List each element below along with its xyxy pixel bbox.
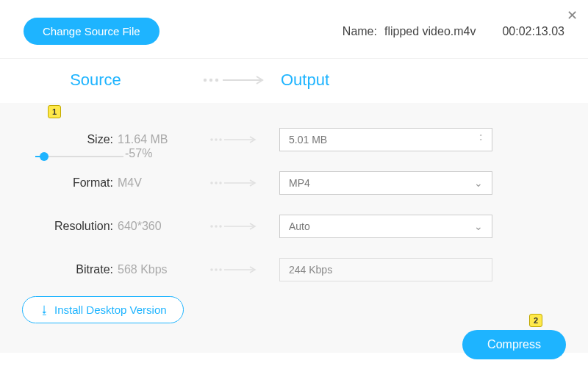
row-resolution: Resolution: 640*360 Auto ⌄ bbox=[0, 215, 588, 238]
svg-point-5 bbox=[215, 139, 217, 140]
output-title: Output bbox=[281, 71, 329, 90]
source-title: Source bbox=[0, 71, 191, 90]
download-icon: ⭳ bbox=[39, 304, 50, 316]
resolution-source-val: 640*360 bbox=[118, 220, 191, 233]
settings-panel: Size: 11.64 MB 5.01 MB ˄˅ -57% Format: M… bbox=[0, 103, 588, 353]
change-source-file-button[interactable]: Change Source File bbox=[24, 18, 159, 45]
row-format: Format: M4V MP4 ⌄ bbox=[0, 171, 588, 195]
compress-button[interactable]: Compress bbox=[462, 330, 566, 359]
svg-point-13 bbox=[215, 226, 217, 227]
svg-point-17 bbox=[215, 269, 217, 270]
size-label: Size: bbox=[0, 133, 118, 146]
output-format-value: MP4 bbox=[289, 177, 310, 189]
chevron-down-icon: ⌄ bbox=[474, 220, 483, 232]
header: Change Source File Name: flipped video.m… bbox=[0, 0, 588, 59]
duration: 00:02:13.03 bbox=[502, 25, 564, 38]
arrow-icon bbox=[191, 76, 279, 85]
output-bitrate-value: 244 Kbps bbox=[279, 258, 492, 281]
name-label: Name: bbox=[343, 25, 377, 38]
output-resolution-select[interactable]: Auto ⌄ bbox=[279, 215, 492, 238]
stepper-icon: ˄˅ bbox=[479, 135, 483, 144]
arrow-icon bbox=[191, 136, 279, 143]
svg-point-6 bbox=[220, 139, 221, 140]
file-info: Name: flipped video.m4v 00:02:13.03 bbox=[343, 25, 564, 38]
bitrate-label: Bitrate: bbox=[0, 263, 118, 276]
arrow-icon bbox=[191, 179, 279, 187]
install-desktop-version-button[interactable]: ⭳ Install Desktop Version bbox=[22, 296, 184, 323]
svg-point-16 bbox=[211, 269, 212, 270]
svg-point-1 bbox=[210, 79, 212, 81]
svg-point-10 bbox=[220, 182, 221, 184]
svg-point-0 bbox=[204, 79, 206, 81]
slider-track bbox=[35, 156, 123, 157]
bitrate-source-val: 568 Kbps bbox=[118, 263, 191, 276]
row-bitrate: Bitrate: 568 Kbps 244 Kbps bbox=[0, 258, 588, 281]
chevron-down-icon: ⌄ bbox=[474, 177, 483, 189]
resolution-label: Resolution: bbox=[0, 220, 118, 233]
file-name: flipped video.m4v bbox=[384, 25, 476, 38]
output-size-stepper[interactable]: 5.01 MB ˄˅ bbox=[279, 128, 492, 151]
row-size: Size: 11.64 MB 5.01 MB ˄˅ bbox=[0, 128, 588, 151]
svg-point-4 bbox=[211, 139, 212, 140]
svg-point-8 bbox=[211, 182, 212, 184]
format-source-val: M4V bbox=[118, 176, 191, 190]
output-format-select[interactable]: MP4 ⌄ bbox=[279, 171, 492, 195]
output-size-value: 5.01 MB bbox=[289, 134, 327, 146]
svg-point-12 bbox=[211, 226, 212, 227]
svg-point-18 bbox=[220, 269, 221, 270]
svg-point-9 bbox=[215, 182, 217, 184]
slider-percent-label: -57% bbox=[125, 147, 152, 160]
marker-2: 2 bbox=[529, 314, 542, 327]
size-source-val: 11.64 MB bbox=[118, 133, 191, 146]
install-label: Install Desktop Version bbox=[54, 304, 167, 316]
arrow-icon bbox=[191, 223, 279, 230]
format-label: Format: bbox=[0, 176, 118, 190]
svg-point-14 bbox=[220, 226, 221, 227]
compression-slider[interactable]: -57% bbox=[35, 156, 168, 157]
close-icon[interactable]: ✕ bbox=[567, 7, 578, 24]
titles-row: Source Output bbox=[0, 59, 588, 103]
arrow-icon bbox=[191, 266, 279, 273]
svg-point-2 bbox=[216, 79, 218, 81]
output-resolution-value: Auto bbox=[289, 220, 310, 232]
marker-1: 1 bbox=[48, 105, 61, 118]
slider-thumb[interactable] bbox=[40, 152, 49, 161]
